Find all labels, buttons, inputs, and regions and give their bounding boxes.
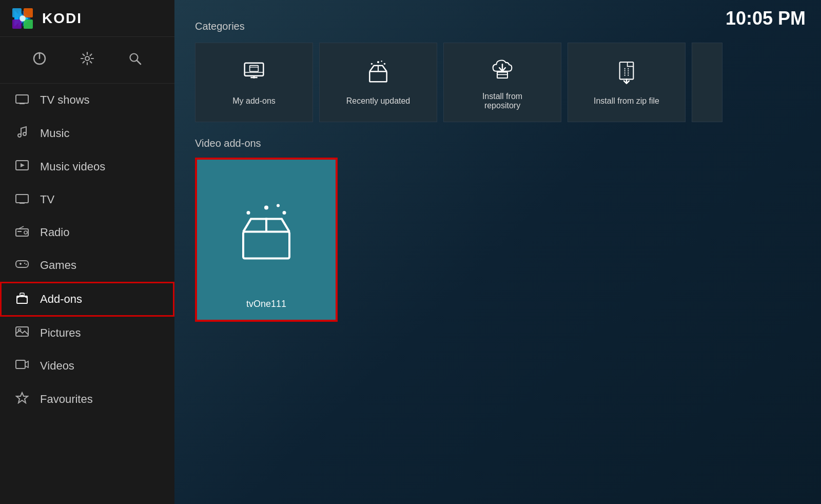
sidebar-item-radio[interactable]: Radio	[0, 216, 174, 249]
sidebar-label-tv: TV	[40, 193, 54, 206]
sidebar: KODI TV shows	[0, 0, 174, 504]
music-videos-icon	[14, 160, 30, 174]
svg-point-25	[24, 231, 27, 234]
addon-tvone111-label: tvOne111	[246, 299, 286, 309]
sidebar-item-tv[interactable]: TV	[0, 183, 174, 216]
svg-point-8	[19, 15, 26, 22]
category-install-from-repository[interactable]: Install from repository	[443, 43, 561, 122]
sidebar-label-pictures: Pictures	[40, 326, 81, 340]
sidebar-icon-bar	[0, 37, 174, 84]
search-button[interactable]	[124, 47, 146, 73]
sidebar-item-games[interactable]: Games	[0, 249, 174, 282]
addon-tvone111[interactable]: tvOne111	[195, 158, 338, 322]
svg-rect-4	[12, 8, 22, 17]
sidebar-item-music-videos[interactable]: Music videos	[0, 150, 174, 183]
sidebar-nav: TV shows Music Music videos TV Radio	[0, 84, 174, 504]
tv-shows-icon	[14, 93, 30, 107]
power-button[interactable]	[28, 47, 51, 73]
tv-icon	[14, 192, 30, 207]
install-from-zip-icon	[614, 60, 639, 90]
categories-row: My add-ons Recently updated	[195, 43, 800, 122]
svg-rect-7	[24, 20, 33, 29]
sidebar-item-pictures[interactable]: Pictures	[0, 317, 174, 350]
sidebar-label-games: Games	[40, 259, 76, 272]
svg-point-62	[277, 204, 280, 207]
my-addons-icon	[241, 60, 267, 90]
sidebar-label-videos: Videos	[40, 359, 74, 373]
install-from-repository-label: Install from repository	[482, 92, 522, 110]
svg-rect-57	[243, 232, 289, 259]
sidebar-header: KODI	[0, 0, 174, 37]
svg-point-61	[283, 211, 286, 215]
sidebar-label-favourites: Favourites	[40, 393, 93, 406]
add-ons-icon	[14, 291, 30, 307]
video-addons-title: Video add-ons	[195, 138, 800, 149]
sidebar-item-videos[interactable]: Videos	[0, 350, 174, 382]
svg-point-31	[26, 264, 27, 265]
categories-title: Categories	[195, 21, 800, 32]
sidebar-label-radio: Radio	[40, 226, 69, 239]
favourites-icon	[14, 392, 30, 407]
svg-rect-21	[16, 195, 28, 203]
svg-line-13	[137, 61, 141, 65]
svg-rect-24	[16, 229, 28, 236]
category-recently-updated[interactable]: Recently updated	[319, 43, 437, 122]
svg-point-49	[381, 61, 382, 62]
svg-rect-53	[620, 62, 634, 79]
settings-button[interactable]	[76, 47, 99, 73]
svg-rect-14	[16, 95, 28, 103]
games-icon	[14, 258, 30, 273]
svg-point-11	[85, 56, 89, 61]
sidebar-label-music: Music	[40, 127, 69, 140]
sidebar-label-music-videos: Music videos	[40, 160, 105, 173]
radio-icon	[14, 225, 30, 240]
addon-tvone111-icon	[233, 199, 300, 267]
recently-updated-label: Recently updated	[346, 96, 411, 106]
svg-point-59	[247, 211, 250, 215]
svg-rect-6	[12, 20, 22, 29]
app-title: KODI	[42, 10, 82, 27]
svg-rect-43	[250, 65, 259, 71]
sidebar-item-tv-shows[interactable]: TV shows	[0, 84, 174, 117]
svg-marker-20	[21, 163, 25, 167]
videos-icon	[14, 359, 30, 373]
category-my-addons[interactable]: My add-ons	[195, 43, 313, 122]
addons-grid: tvOne111	[195, 158, 800, 322]
svg-rect-39	[245, 63, 264, 75]
category-partial	[692, 43, 722, 122]
recently-updated-icon	[365, 60, 391, 90]
sidebar-label-tv-shows: TV shows	[40, 93, 90, 107]
svg-rect-5	[24, 8, 33, 17]
category-install-from-zip[interactable]: Install from zip file	[568, 43, 686, 122]
my-addons-label: My add-ons	[232, 96, 276, 106]
install-from-repository-icon	[490, 55, 515, 86]
svg-point-48	[384, 63, 385, 64]
kodi-logo-icon	[10, 6, 35, 31]
svg-rect-45	[369, 71, 386, 82]
svg-rect-36	[16, 360, 25, 369]
pictures-icon	[14, 326, 30, 340]
sidebar-item-add-ons[interactable]: Add-ons	[0, 282, 174, 317]
sidebar-item-music[interactable]: Music	[0, 117, 174, 150]
main-content: 10:05 PM Categories My add-ons	[174, 0, 821, 504]
music-icon	[14, 126, 30, 141]
svg-point-47	[377, 61, 379, 63]
clock: 10:05 PM	[726, 8, 806, 29]
sidebar-item-favourites[interactable]: Favourites	[0, 382, 174, 416]
svg-point-46	[371, 63, 373, 64]
svg-marker-38	[16, 393, 28, 403]
svg-point-30	[24, 263, 25, 264]
install-from-zip-label: Install from zip file	[594, 96, 659, 106]
svg-point-60	[264, 206, 268, 210]
sidebar-label-add-ons: Add-ons	[40, 293, 82, 306]
